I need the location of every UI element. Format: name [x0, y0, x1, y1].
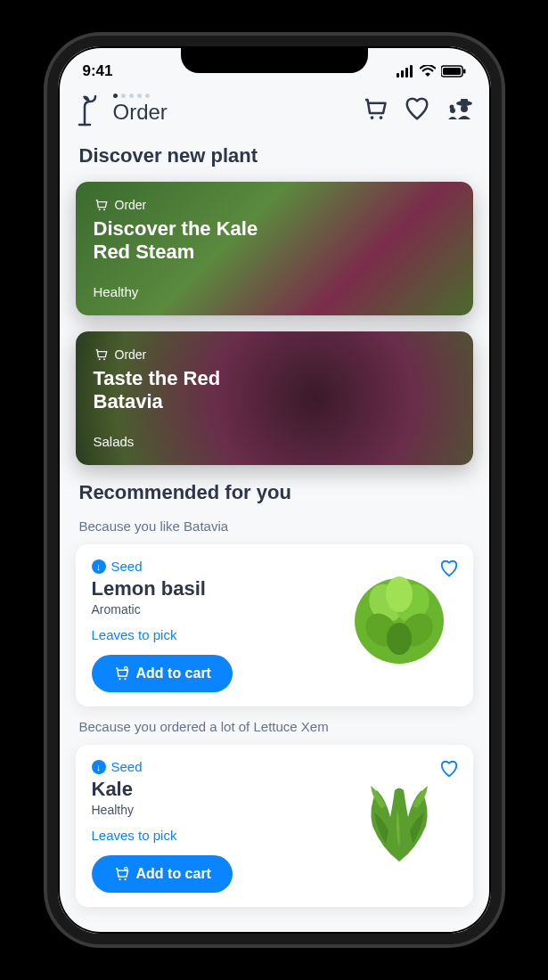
heart-icon[interactable]	[404, 95, 430, 122]
svg-rect-3	[410, 65, 413, 78]
seed-badge-label: Seed	[111, 559, 143, 574]
cart-add-icon	[113, 666, 129, 682]
svg-point-7	[370, 116, 373, 119]
svg-point-14	[98, 208, 100, 210]
plant-status: Leaves to pick	[92, 627, 341, 642]
plant-name: Kale	[92, 778, 341, 801]
cart-add-icon	[113, 866, 129, 882]
cart-small-icon	[94, 347, 108, 362]
favorite-icon[interactable]	[439, 759, 459, 779]
plant-category: Aromatic	[92, 602, 341, 617]
plant-category: Healthy	[92, 803, 341, 817]
app-content: Order Discover new plant Order Discover …	[58, 86, 491, 934]
header-left: Order	[76, 91, 168, 127]
plant-logo-icon	[76, 91, 104, 127]
svg-point-18	[119, 678, 120, 680]
add-to-cart-button[interactable]: Add to cart	[92, 855, 233, 893]
promo-badge: Order	[94, 198, 455, 212]
download-icon: ↓	[92, 559, 106, 574]
discover-heading: Discover new plant	[79, 144, 470, 167]
signal-icon	[397, 65, 414, 78]
cart-icon[interactable]	[361, 95, 388, 122]
recommendation-card-kale[interactable]: ↓ Seed Kale Healthy Leaves to pick Add t…	[76, 745, 473, 907]
promo-badge-label: Order	[115, 347, 147, 362]
recommendation-card-basil[interactable]: ↓ Seed Lemon basil Aromatic Leaves to pi…	[76, 544, 473, 706]
basil-illustration	[346, 563, 453, 670]
svg-rect-1	[401, 70, 404, 78]
cart-small-icon	[94, 198, 108, 212]
svg-rect-5	[443, 68, 461, 75]
svg-rect-10	[461, 99, 468, 103]
promo-tag: Salads	[94, 434, 455, 449]
kale-illustration	[346, 764, 453, 870]
favorite-icon[interactable]	[439, 559, 459, 578]
promo-title: Discover the Kale Red Steam	[94, 217, 290, 265]
plant-status: Leaves to pick	[92, 828, 341, 843]
svg-point-13	[449, 105, 454, 110]
seed-badge: ↓ Seed	[92, 759, 341, 774]
status-indicators	[397, 65, 466, 78]
seed-badge: ↓ Seed	[92, 559, 341, 574]
seed-badge-label: Seed	[111, 759, 143, 774]
promo-title: Taste the Red Batavia	[94, 367, 290, 414]
promo-card-kale[interactable]: Order Discover the Kale Red Steam Health…	[76, 182, 473, 315]
wifi-icon	[420, 65, 436, 78]
svg-point-24	[386, 576, 413, 612]
add-to-cart-label: Add to cart	[136, 866, 211, 882]
header-right	[361, 95, 473, 122]
svg-rect-2	[405, 68, 408, 78]
plant-name: Lemon basil	[92, 577, 341, 600]
add-to-cart-button[interactable]: Add to cart	[92, 655, 233, 692]
status-time: 9:41	[83, 62, 113, 80]
svg-point-15	[103, 208, 105, 210]
svg-point-17	[103, 358, 105, 360]
recommended-reason: Because you ordered a lot of Lettuce Xem	[79, 719, 470, 734]
promo-tag: Healthy	[94, 284, 455, 299]
recommended-heading: Recommended for you	[79, 481, 470, 504]
svg-point-28	[119, 878, 120, 880]
svg-point-8	[379, 116, 382, 119]
page-dots	[113, 94, 168, 98]
svg-point-29	[124, 878, 126, 880]
farmer-icon[interactable]	[446, 95, 473, 122]
phone-frame: 9:41 Order Discover	[47, 36, 502, 944]
promo-badge: Order	[94, 347, 455, 362]
battery-icon	[441, 65, 466, 78]
download-icon: ↓	[92, 760, 106, 774]
add-to-cart-label: Add to cart	[136, 666, 211, 682]
svg-rect-0	[397, 73, 399, 78]
recommended-reason: Because you like Batavia	[79, 519, 470, 534]
page-title: Order	[113, 100, 168, 125]
svg-rect-6	[463, 69, 466, 74]
svg-point-19	[124, 678, 126, 680]
svg-point-16	[98, 358, 100, 360]
promo-badge-label: Order	[115, 198, 147, 212]
phone-notch	[181, 46, 368, 73]
promo-card-batavia[interactable]: Order Taste the Red Batavia Salads	[76, 331, 473, 465]
app-header: Order	[76, 91, 473, 127]
svg-point-11	[461, 105, 468, 112]
svg-point-27	[387, 623, 412, 655]
